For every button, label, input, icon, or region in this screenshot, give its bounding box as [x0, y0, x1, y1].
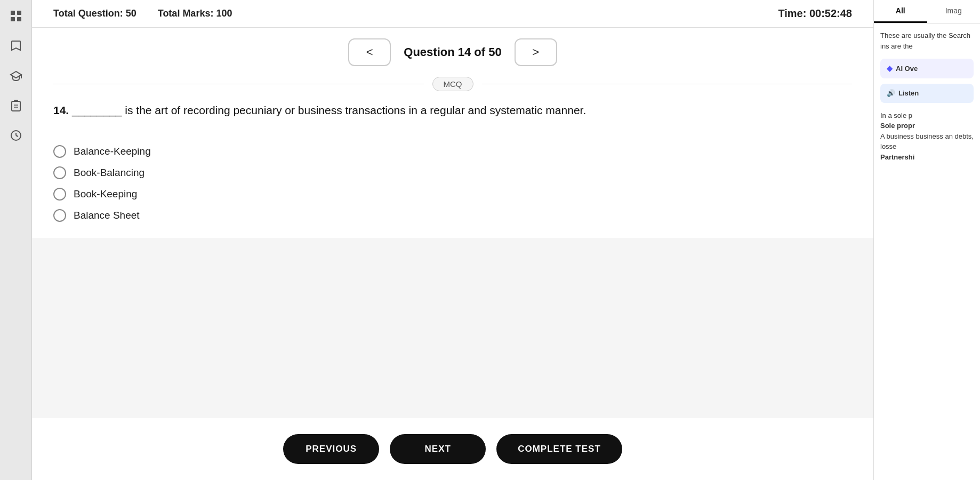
next-chevron-icon: >	[532, 45, 539, 59]
grid-icon[interactable]	[6, 6, 26, 26]
prev-question-button[interactable]: <	[348, 38, 391, 66]
next-question-button[interactable]: >	[515, 38, 557, 66]
svg-line-10	[16, 135, 18, 137]
option-d[interactable]: Balance Sheet	[53, 209, 852, 222]
ai-diamond-icon: ◆	[887, 63, 893, 74]
total-marks-stat: Total Marks: 100	[158, 8, 232, 19]
header-stats: Total Question: 50 Total Marks: 100	[53, 8, 232, 19]
snippet-text: These are usually the Search ins are the	[880, 30, 974, 51]
option-b-radio[interactable]	[53, 166, 66, 179]
tab-all[interactable]: All	[874, 0, 927, 23]
option-a[interactable]: Balance-Keeping	[53, 145, 852, 158]
clock-icon[interactable]	[6, 126, 26, 145]
option-b[interactable]: Book-Balancing	[53, 166, 852, 179]
svg-rect-0	[11, 11, 15, 15]
total-question-value: 50	[126, 8, 136, 19]
sole-prop-body: A business business an debts, losse	[880, 131, 974, 152]
sole-prop-heading: Sole propr	[880, 122, 915, 130]
question-text: 14. ________ is the art of recording pec…	[53, 102, 852, 119]
total-marks-value: 100	[216, 8, 232, 19]
option-d-radio[interactable]	[53, 209, 66, 222]
right-panel-tabs: All Imag	[874, 0, 980, 24]
option-c[interactable]: Book-Keeping	[53, 188, 852, 201]
svg-rect-5	[12, 101, 20, 111]
question-counter: Question 14 of 50	[404, 45, 501, 59]
question-navigation: < Question 14 of 50 >	[32, 28, 873, 71]
sole-proprietor-section: In a sole p Sole propr A business busine…	[880, 110, 974, 163]
svg-rect-1	[17, 11, 21, 15]
listen-icon: 🔊	[887, 88, 895, 99]
option-a-radio[interactable]	[53, 145, 66, 158]
mcq-divider: MCQ	[53, 77, 852, 91]
tab-imag[interactable]: Imag	[927, 0, 981, 23]
right-panel: All Imag These are usually the Search in…	[873, 0, 980, 480]
sole-prop-intro: In a sole p	[880, 110, 974, 121]
option-a-label: Balance-Keeping	[74, 146, 151, 157]
header-bar: Total Question: 50 Total Marks: 100 Time…	[32, 0, 873, 28]
ai-overview-button[interactable]: ◆ AI Ove	[880, 59, 974, 78]
options-list: Balance-Keeping Book-Balancing Book-Keep…	[32, 145, 873, 238]
time-label: Time:	[778, 7, 806, 19]
mcq-section: MCQ	[32, 71, 873, 102]
main-content: Total Question: 50 Total Marks: 100 Time…	[32, 0, 873, 480]
graduation-icon[interactable]	[6, 66, 26, 85]
bookmark-icon[interactable]	[6, 36, 26, 55]
svg-rect-2	[11, 17, 15, 21]
right-panel-content: These are usually the Search ins are the…	[874, 24, 980, 480]
total-question-stat: Total Question: 50	[53, 8, 136, 19]
next-button[interactable]: NEXT	[390, 434, 486, 464]
ai-overview-label: AI Ove	[896, 63, 918, 74]
sidebar	[0, 0, 32, 480]
question-body: ________ is the art of recording pecunia…	[72, 104, 586, 116]
action-buttons: PREVIOUS NEXT COMPLETE TEST	[32, 418, 873, 480]
time-value: 00:52:48	[809, 7, 852, 19]
question-number: 14.	[53, 104, 69, 116]
svg-rect-3	[17, 17, 21, 21]
timer-display: Time: 00:52:48	[778, 7, 852, 20]
total-marks-label: Total Marks:	[158, 8, 214, 19]
total-question-label: Total Question:	[53, 8, 123, 19]
option-d-label: Balance Sheet	[74, 210, 140, 221]
partnership-label: Partnershi	[880, 153, 914, 161]
option-c-radio[interactable]	[53, 188, 66, 201]
listen-label: Listen	[898, 88, 919, 99]
previous-button[interactable]: PREVIOUS	[283, 434, 379, 464]
option-c-label: Book-Keeping	[74, 188, 137, 200]
complete-test-button[interactable]: COMPLETE TEST	[496, 434, 622, 464]
option-b-label: Book-Balancing	[74, 167, 144, 179]
listen-button[interactable]: 🔊 Listen	[880, 84, 974, 103]
clipboard-icon[interactable]	[6, 96, 26, 115]
question-area: 14. ________ is the art of recording pec…	[32, 102, 873, 145]
mcq-badge: MCQ	[432, 77, 473, 91]
prev-chevron-icon: <	[366, 45, 373, 59]
